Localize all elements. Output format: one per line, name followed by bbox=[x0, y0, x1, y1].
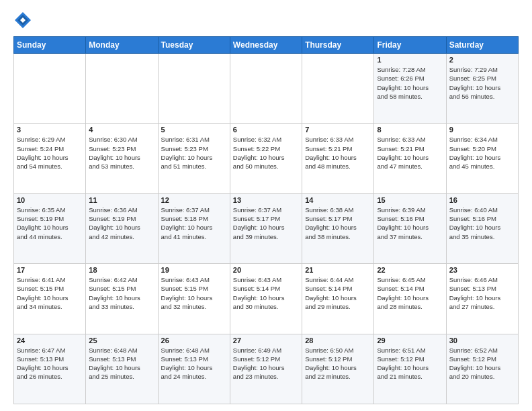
cell-info: Sunrise: 6:30 AM Sunset: 5:23 PM Dayligh… bbox=[89, 135, 154, 171]
cell-info: Sunrise: 6:33 AM Sunset: 5:21 PM Dayligh… bbox=[377, 135, 443, 171]
cell-info: Sunrise: 6:41 AM Sunset: 5:15 PM Dayligh… bbox=[17, 275, 83, 311]
cell-info: Sunrise: 6:32 AM Sunset: 5:22 PM Dayligh… bbox=[233, 135, 299, 171]
calendar-cell: 18Sunrise: 6:42 AM Sunset: 5:15 PM Dayli… bbox=[86, 264, 158, 334]
cell-info: Sunrise: 6:38 AM Sunset: 5:17 PM Dayligh… bbox=[305, 205, 371, 241]
day-number: 12 bbox=[161, 196, 227, 204]
cell-info: Sunrise: 6:29 AM Sunset: 5:24 PM Dayligh… bbox=[17, 135, 83, 171]
day-number: 19 bbox=[161, 266, 227, 274]
calendar-cell: 7Sunrise: 6:33 AM Sunset: 5:21 PM Daylig… bbox=[302, 124, 374, 193]
cell-info: Sunrise: 6:52 AM Sunset: 5:12 PM Dayligh… bbox=[449, 346, 515, 381]
logo bbox=[13, 11, 35, 30]
calendar-cell: 30Sunrise: 6:52 AM Sunset: 5:12 PM Dayli… bbox=[446, 334, 518, 404]
day-number: 28 bbox=[305, 336, 371, 345]
day-number: 6 bbox=[233, 126, 299, 134]
calendar-cell: 13Sunrise: 6:37 AM Sunset: 5:17 PM Dayli… bbox=[230, 193, 302, 263]
day-number: 10 bbox=[17, 196, 83, 204]
cell-info: Sunrise: 6:51 AM Sunset: 5:12 PM Dayligh… bbox=[377, 346, 443, 381]
calendar-cell: 17Sunrise: 6:41 AM Sunset: 5:15 PM Dayli… bbox=[14, 264, 86, 334]
cell-info: Sunrise: 6:46 AM Sunset: 5:13 PM Dayligh… bbox=[449, 275, 515, 311]
calendar-cell: 14Sunrise: 6:38 AM Sunset: 5:17 PM Dayli… bbox=[302, 193, 374, 263]
calendar-cell bbox=[230, 54, 302, 124]
day-number: 18 bbox=[89, 266, 154, 274]
calendar-cell: 3Sunrise: 6:29 AM Sunset: 5:24 PM Daylig… bbox=[14, 124, 86, 193]
calendar-cell: 2Sunrise: 7:29 AM Sunset: 6:25 PM Daylig… bbox=[446, 54, 518, 124]
cell-info: Sunrise: 6:42 AM Sunset: 5:15 PM Dayligh… bbox=[89, 275, 154, 311]
calendar-week-row: 3Sunrise: 6:29 AM Sunset: 5:24 PM Daylig… bbox=[14, 124, 519, 193]
calendar-table: SundayMondayTuesdayWednesdayThursdayFrid… bbox=[13, 36, 519, 404]
day-number: 5 bbox=[161, 126, 227, 134]
cell-info: Sunrise: 6:45 AM Sunset: 5:14 PM Dayligh… bbox=[377, 275, 443, 311]
calendar-cell: 12Sunrise: 6:37 AM Sunset: 5:18 PM Dayli… bbox=[158, 193, 230, 263]
cell-info: Sunrise: 6:43 AM Sunset: 5:15 PM Dayligh… bbox=[161, 275, 227, 311]
page: SundayMondayTuesdayWednesdayThursdayFrid… bbox=[0, 0, 532, 411]
cell-info: Sunrise: 6:44 AM Sunset: 5:14 PM Dayligh… bbox=[305, 275, 371, 311]
calendar-cell: 6Sunrise: 6:32 AM Sunset: 5:22 PM Daylig… bbox=[230, 124, 302, 193]
day-number: 27 bbox=[233, 336, 299, 345]
calendar-cell: 19Sunrise: 6:43 AM Sunset: 5:15 PM Dayli… bbox=[158, 264, 230, 334]
calendar-day-header: Thursday bbox=[302, 37, 374, 54]
calendar-cell: 25Sunrise: 6:48 AM Sunset: 5:13 PM Dayli… bbox=[86, 334, 158, 404]
calendar-day-header: Friday bbox=[374, 37, 446, 54]
day-number: 11 bbox=[89, 196, 154, 204]
calendar-cell: 11Sunrise: 6:36 AM Sunset: 5:19 PM Dayli… bbox=[86, 193, 158, 263]
calendar-cell: 5Sunrise: 6:31 AM Sunset: 5:23 PM Daylig… bbox=[158, 124, 230, 193]
day-number: 7 bbox=[305, 126, 371, 134]
calendar-cell: 23Sunrise: 6:46 AM Sunset: 5:13 PM Dayli… bbox=[446, 264, 518, 334]
calendar-cell: 24Sunrise: 6:47 AM Sunset: 5:13 PM Dayli… bbox=[14, 334, 86, 404]
cell-info: Sunrise: 6:48 AM Sunset: 5:13 PM Dayligh… bbox=[89, 346, 154, 381]
day-number: 9 bbox=[449, 126, 515, 134]
cell-info: Sunrise: 6:35 AM Sunset: 5:19 PM Dayligh… bbox=[17, 205, 83, 241]
calendar-day-header: Wednesday bbox=[230, 37, 302, 54]
cell-info: Sunrise: 6:48 AM Sunset: 5:13 PM Dayligh… bbox=[161, 346, 227, 381]
day-number: 3 bbox=[17, 126, 83, 134]
calendar-cell bbox=[14, 54, 86, 124]
cell-info: Sunrise: 6:34 AM Sunset: 5:20 PM Dayligh… bbox=[449, 135, 515, 171]
calendar-cell: 9Sunrise: 6:34 AM Sunset: 5:20 PM Daylig… bbox=[446, 124, 518, 193]
cell-info: Sunrise: 6:40 AM Sunset: 5:16 PM Dayligh… bbox=[449, 205, 515, 241]
day-number: 30 bbox=[449, 336, 515, 345]
cell-info: Sunrise: 6:33 AM Sunset: 5:21 PM Dayligh… bbox=[305, 135, 371, 171]
calendar-cell bbox=[86, 54, 158, 124]
calendar-cell: 4Sunrise: 6:30 AM Sunset: 5:23 PM Daylig… bbox=[86, 124, 158, 193]
cell-info: Sunrise: 6:37 AM Sunset: 5:17 PM Dayligh… bbox=[233, 205, 299, 241]
day-number: 2 bbox=[449, 56, 515, 64]
calendar-day-header: Tuesday bbox=[158, 37, 230, 54]
calendar-day-header: Monday bbox=[86, 37, 158, 54]
day-number: 23 bbox=[449, 266, 515, 274]
day-number: 15 bbox=[377, 196, 443, 204]
calendar-cell: 21Sunrise: 6:44 AM Sunset: 5:14 PM Dayli… bbox=[302, 264, 374, 334]
header bbox=[13, 11, 519, 30]
cell-info: Sunrise: 6:37 AM Sunset: 5:18 PM Dayligh… bbox=[161, 205, 227, 241]
calendar-cell: 1Sunrise: 7:28 AM Sunset: 6:26 PM Daylig… bbox=[374, 54, 446, 124]
day-number: 13 bbox=[233, 196, 299, 204]
day-number: 4 bbox=[89, 126, 154, 134]
calendar-cell: 29Sunrise: 6:51 AM Sunset: 5:12 PM Dayli… bbox=[374, 334, 446, 404]
cell-info: Sunrise: 6:50 AM Sunset: 5:12 PM Dayligh… bbox=[305, 346, 371, 381]
calendar-cell: 22Sunrise: 6:45 AM Sunset: 5:14 PM Dayli… bbox=[374, 264, 446, 334]
cell-info: Sunrise: 6:47 AM Sunset: 5:13 PM Dayligh… bbox=[17, 346, 83, 381]
calendar-day-header: Saturday bbox=[446, 37, 518, 54]
cell-info: Sunrise: 6:31 AM Sunset: 5:23 PM Dayligh… bbox=[161, 135, 227, 171]
calendar-cell bbox=[302, 54, 374, 124]
calendar-week-row: 17Sunrise: 6:41 AM Sunset: 5:15 PM Dayli… bbox=[14, 264, 519, 334]
calendar-week-row: 1Sunrise: 7:28 AM Sunset: 6:26 PM Daylig… bbox=[14, 54, 519, 124]
calendar-cell: 27Sunrise: 6:49 AM Sunset: 5:12 PM Dayli… bbox=[230, 334, 302, 404]
calendar-cell: 10Sunrise: 6:35 AM Sunset: 5:19 PM Dayli… bbox=[14, 193, 86, 263]
day-number: 24 bbox=[17, 336, 83, 345]
calendar-day-header: Sunday bbox=[14, 37, 86, 54]
day-number: 17 bbox=[17, 266, 83, 274]
day-number: 29 bbox=[377, 336, 443, 345]
day-number: 25 bbox=[89, 336, 154, 345]
cell-info: Sunrise: 7:29 AM Sunset: 6:25 PM Dayligh… bbox=[449, 65, 515, 101]
day-number: 16 bbox=[449, 196, 515, 204]
calendar-cell: 20Sunrise: 6:43 AM Sunset: 5:14 PM Dayli… bbox=[230, 264, 302, 334]
day-number: 22 bbox=[377, 266, 443, 274]
day-number: 8 bbox=[377, 126, 443, 134]
day-number: 26 bbox=[161, 336, 227, 345]
calendar-cell: 15Sunrise: 6:39 AM Sunset: 5:16 PM Dayli… bbox=[374, 193, 446, 263]
day-number: 20 bbox=[233, 266, 299, 274]
calendar-cell: 26Sunrise: 6:48 AM Sunset: 5:13 PM Dayli… bbox=[158, 334, 230, 404]
day-number: 14 bbox=[305, 196, 371, 204]
calendar-week-row: 10Sunrise: 6:35 AM Sunset: 5:19 PM Dayli… bbox=[14, 193, 519, 263]
cell-info: Sunrise: 6:49 AM Sunset: 5:12 PM Dayligh… bbox=[233, 346, 299, 381]
